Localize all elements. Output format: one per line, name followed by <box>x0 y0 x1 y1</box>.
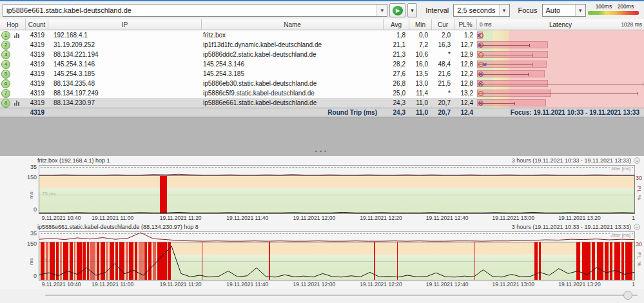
cell-count: 4319 <box>26 40 48 50</box>
cell-cur: 16,3 <box>432 40 454 50</box>
footer-min: 11,0 <box>409 108 432 117</box>
jitter-line <box>39 166 634 175</box>
table-row[interactable]: 3 4319 88.134.221.194 ip5886ddc2.static.… <box>0 50 644 59</box>
cell-min: 0,0 <box>409 30 432 40</box>
latency-bar-cell <box>477 88 644 98</box>
cell-pl: 12,2 <box>454 69 477 79</box>
x-tick-label: 19.11.2021 12:40 <box>426 281 469 288</box>
collapse-chevron-icon[interactable]: ⌄ <box>634 157 640 164</box>
col-latency[interactable]: 0 ms Latency 1028 ms <box>477 19 644 30</box>
timeline-scrollbar-thumb[interactable] <box>623 291 632 300</box>
latency-current-marker-icon: ✕ <box>483 59 487 69</box>
cell-pl: 12,4 <box>454 98 477 108</box>
graph-time-range[interactable]: 3 hours (19.11.2021 10:33 - 19.11.2021 1… <box>512 224 631 230</box>
table-row[interactable]: 4 4319 145.254.3.146 145.254.3.146 28,2 … <box>0 59 644 69</box>
col-count[interactable]: Count <box>26 19 48 30</box>
trace-rows: 1 4319 192.168.4.1 fritz.box 1,8 0,0 2,0… <box>0 30 644 108</box>
cell-avg: 21,3 <box>384 50 409 59</box>
hop-number-badge: 5 <box>1 70 10 79</box>
collapse-chevron-icon[interactable]: ⌄ <box>634 224 640 230</box>
footer-pl: 12,4 <box>454 108 477 117</box>
x-tick-label: 19.11.2021 12:40 <box>426 215 469 221</box>
col-hop[interactable]: Hop <box>0 19 26 30</box>
cell-count: 4319 <box>26 59 48 69</box>
col-avg[interactable]: Avg <box>384 19 409 30</box>
legend-gradient-bar <box>588 11 639 15</box>
col-cur[interactable]: Cur <box>432 19 454 30</box>
jitter-max-label: 35 <box>30 230 37 237</box>
latency-current-marker-icon: ✕ <box>478 69 483 79</box>
focus-combo[interactable]: Auto ▾ <box>542 4 586 17</box>
latency-whisker <box>478 55 532 55</box>
col-pl[interactable]: PL% <box>454 19 477 30</box>
combo-arrow-icon[interactable]: ▾ <box>499 5 509 16</box>
cell-min: 11,4 <box>409 88 432 98</box>
panel-splitter[interactable]: ••• <box>0 117 644 156</box>
cell-pl: 1,2 <box>454 30 477 40</box>
right-axis: 30 PL % <box>635 231 644 289</box>
latency-plot[interactable]: 75 ms <box>39 175 635 214</box>
table-row[interactable]: 7 4319 88.134.197.249 ip5886c5f9.static.… <box>0 88 644 98</box>
table-row[interactable]: 8 4319 88.134.230.97 ip5886e661.static.k… <box>0 98 644 108</box>
cell-min: 11,0 <box>409 98 432 108</box>
cell-avg: 28,2 <box>384 59 409 69</box>
trace-table: Hop Count IP Name Avg Min Cur PL% 0 ms L… <box>0 19 644 117</box>
latency-bar-cell <box>477 50 644 59</box>
x-tick-label: 19.11.2021 13:20 <box>558 281 601 288</box>
legend-100ms-label: 100ms <box>596 3 612 10</box>
cell-pl: 12,7 <box>454 40 477 50</box>
splitter-grip-icon[interactable]: ••• <box>315 148 329 155</box>
cell-ip: 192.168.4.1 <box>48 30 202 40</box>
latency-current-marker-icon: ✕ <box>478 98 483 108</box>
pl-max-label: 30 <box>636 175 642 181</box>
latency-line <box>39 176 634 213</box>
table-row[interactable]: 5 4319 145.254.3.185 145.254.3.185 27,6 … <box>0 69 644 79</box>
target-address-combo[interactable]: ip5886e661.static.kabel-deutschland.de ▾ <box>3 4 387 17</box>
cell-pl: 13,2 <box>454 88 477 98</box>
trace-table-footer: 4319 Round Trip (ms) 24,3 11,0 20,7 12,4… <box>0 108 644 117</box>
latency-current-marker-icon: ✕ <box>477 30 481 40</box>
graph-time-range[interactable]: 3 hours (19.11.2021 10:33 - 19.11.2021 1… <box>512 157 631 164</box>
latency-bar-cell: ✕ <box>477 98 644 108</box>
table-row[interactable]: 2 4319 31.19.209.252 ip1f13d1fc.dynamic.… <box>0 40 644 50</box>
table-row[interactable]: 6 4319 88.134.235.48 ip5886eb30.static.k… <box>0 79 644 88</box>
col-ip[interactable]: IP <box>48 19 202 30</box>
latency-whisker <box>478 45 530 46</box>
col-min[interactable]: Min <box>409 19 432 30</box>
cell-avg: 26,8 <box>384 79 409 88</box>
interval-combo[interactable]: 2,5 seconds ▾ <box>453 4 509 17</box>
cell-ip: 145.254.3.185 <box>48 69 202 79</box>
hop-number-badge: 3 <box>1 50 10 59</box>
trace-options-dropdown-button[interactable]: ▾ <box>407 3 417 17</box>
jitter-axis-label: Jitter [ms] <box>610 166 632 171</box>
jitter-strip: Jitter [ms] <box>39 231 635 242</box>
timeline-graph-hop8: ip5886e661.static.kabel-deutschland.de (… <box>0 222 644 289</box>
cell-count: 4319 <box>26 69 48 79</box>
x-tick-label: 19.11.2021 11:40 <box>226 215 268 221</box>
cell-name: ip5886e661.static.kabel-deutschland.de <box>202 98 384 108</box>
focus-range-text: Focus: 19.11.2021 10:33 - 19.11.2021 13:… <box>477 108 644 117</box>
target-address-value: ip5886e661.static.kabel-deutschland.de <box>3 6 376 14</box>
latency-bar-cell: ✕ <box>477 30 644 40</box>
hop-number-badge: 6 <box>1 79 10 88</box>
latency-plot[interactable]: 75 ms <box>39 242 635 280</box>
table-row[interactable]: 1 4319 192.168.4.1 fritz.box 1,8 0,0 2,0… <box>0 30 644 40</box>
jitter-line <box>39 232 634 242</box>
cell-cur: 21,6 <box>432 69 454 79</box>
latency-avg-marker-icon <box>478 91 483 96</box>
cell-cur: * <box>432 50 454 59</box>
cell-min: 10,6 <box>409 50 432 59</box>
x-tick-label: 19.11.2021 11:00 <box>92 281 133 288</box>
graph-area[interactable]: Jitter [ms] 75 ms 9.11.2021 10:4019.11.2… <box>39 165 635 222</box>
footer-count: 4319 <box>26 108 48 117</box>
col-name[interactable]: Name <box>202 19 384 30</box>
start-trace-button[interactable]: ▶ <box>389 3 405 17</box>
latency-whisker <box>478 74 529 75</box>
combo-arrow-icon[interactable]: ▾ <box>575 5 585 16</box>
graph-area[interactable]: Jitter [ms] 75 ms 9.11.2021 10:4019.11.2… <box>39 231 635 289</box>
x-tick-label: 19.11.2021 11:20 <box>160 281 202 288</box>
x-tick-label: 19.11.2021 13:00 <box>493 215 535 221</box>
graph-indicator-icon <box>14 101 19 106</box>
timeline-scrollbar-track[interactable] <box>45 295 638 296</box>
combo-arrow-icon[interactable]: ▾ <box>376 5 387 16</box>
